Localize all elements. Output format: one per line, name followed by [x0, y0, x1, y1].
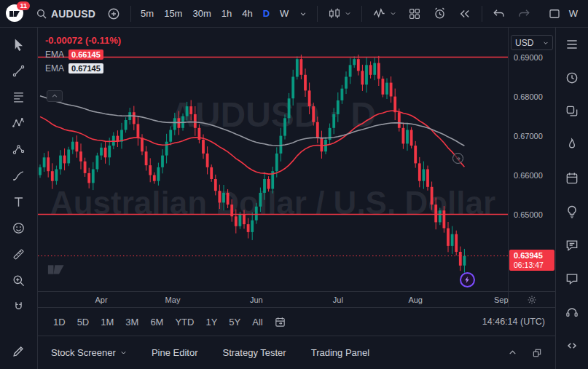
zoom-tool-button[interactable]	[7, 269, 31, 291]
object-tree-button[interactable]	[562, 102, 582, 121]
indicator-value: 0.67145	[68, 63, 103, 74]
range-5y-button[interactable]: 5Y	[224, 314, 246, 330]
magnet-tool-button[interactable]	[7, 295, 31, 317]
time-axis-month-label: Jul	[333, 295, 343, 304]
tab-stock-screener[interactable]: Stock Screener	[51, 347, 127, 358]
xabcd-pattern-icon	[12, 116, 26, 130]
comments-button[interactable]	[562, 269, 582, 288]
currency-dropdown[interactable]: USD	[511, 35, 553, 50]
forecast-tool-button[interactable]	[7, 138, 31, 160]
timeframe-1h[interactable]: 1h	[217, 4, 236, 24]
hotlists-button[interactable]	[562, 135, 582, 154]
notification-badge: 11	[17, 1, 30, 11]
calendar-button[interactable]	[562, 169, 582, 188]
emoji-tool-button[interactable]	[7, 217, 31, 239]
scripts-button[interactable]	[562, 336, 582, 355]
go-to-date-button[interactable]	[270, 316, 291, 328]
range-1y-button[interactable]: 1Y	[200, 314, 222, 330]
layout-name-label[interactable]: W	[568, 8, 582, 19]
chart-pane: AUDUSD · D Australian Dollar / U.S. Doll…	[38, 28, 555, 291]
layout-button[interactable]	[403, 4, 426, 24]
expand-panel-button[interactable]	[508, 348, 517, 358]
price-scale[interactable]: USD 0.690000.680000.670000.660000.65000 …	[508, 28, 555, 291]
range-6m-button[interactable]: 6M	[145, 314, 168, 330]
tab-trading-panel[interactable]: Trading Panel	[311, 347, 369, 358]
chevron-up-icon	[508, 348, 517, 357]
timeframe-5m[interactable]: 5m	[136, 4, 158, 24]
range-1d-button[interactable]: 1D	[48, 314, 71, 330]
time-axis-labels: AprMayJunJulAugSep	[38, 292, 508, 307]
symbol-search-button[interactable]: AUDUSD	[31, 4, 101, 24]
range-3m-button[interactable]: 3M	[120, 314, 144, 330]
timeframe-1w[interactable]: W	[275, 4, 293, 24]
magnet-icon	[12, 300, 26, 314]
currency-label: USD	[515, 38, 533, 48]
measure-tool-button[interactable]	[7, 243, 31, 265]
range-ytd-button[interactable]: YTD	[170, 314, 199, 330]
timeframe-4h[interactable]: 4h	[238, 4, 256, 24]
support-button[interactable]	[562, 303, 582, 322]
zoom-in-icon	[12, 274, 26, 287]
ideas-button[interactable]	[562, 202, 582, 221]
plus-circle-icon	[107, 7, 120, 20]
indicator-legend-ema-slow[interactable]: EMA 0.67145	[45, 63, 121, 74]
brush-tool-button[interactable]	[7, 164, 31, 186]
time-axis[interactable]: AprMayJunJulAugSep	[38, 291, 555, 307]
range-1m-button[interactable]: 1M	[95, 314, 119, 330]
chat-icon	[565, 238, 579, 253]
window-icon	[548, 7, 561, 20]
alerts-button[interactable]	[562, 68, 582, 87]
main-menu-button[interactable]: 11	[6, 4, 25, 23]
indicator-legend-ema-fast[interactable]: EMA 0.66145	[45, 49, 121, 60]
axis-corner	[508, 292, 555, 307]
utc-clock[interactable]: 14:46:14 (UTC)	[482, 317, 545, 327]
tab-label: Trading Panel	[311, 347, 369, 358]
tab-label: Stock Screener	[51, 347, 116, 358]
undo-button[interactable]	[487, 4, 511, 24]
time-axis-month-label: May	[165, 295, 181, 304]
text-tool-button[interactable]	[7, 191, 31, 213]
time-axis-month-label: Apr	[95, 295, 107, 304]
indicators-icon	[372, 7, 386, 20]
bar-replay-button[interactable]	[453, 4, 477, 24]
trend-line-icon	[12, 64, 26, 78]
cursor-tool-button[interactable]	[7, 33, 31, 55]
fib-retracement-tool-button[interactable]	[7, 86, 31, 108]
lightning-marker-icon[interactable]	[460, 272, 475, 287]
xabcd-pattern-tool-button[interactable]	[7, 112, 31, 134]
edit-drawing-button[interactable]	[7, 340, 31, 362]
price-scale-label: 0.65000	[514, 210, 543, 219]
legend-collapse-button[interactable]	[47, 90, 63, 102]
chart-type-button[interactable]	[323, 4, 356, 24]
chat-button[interactable]	[562, 236, 582, 255]
compare-add-symbol-button[interactable]	[102, 4, 125, 24]
gear-icon	[527, 295, 537, 305]
watchlist-button[interactable]	[562, 35, 582, 54]
code-icon	[565, 338, 579, 353]
redo-button[interactable]	[512, 4, 536, 24]
trend-line-tool-button[interactable]	[7, 60, 31, 82]
timeframe-dropdown-button[interactable]	[294, 4, 312, 24]
chart-settings-button[interactable]	[527, 295, 537, 305]
candlestick-chart-type-icon	[328, 7, 341, 20]
tab-pine-editor[interactable]: Pine Editor	[152, 347, 198, 358]
price-scale-label: 0.66000	[514, 171, 543, 180]
timeframe-1d[interactable]: D	[259, 4, 274, 24]
chart-area: AUDUSD · D Australian Dollar / U.S. Doll…	[38, 28, 555, 369]
indicators-button[interactable]	[367, 4, 401, 24]
tradingview-watermark-logo[interactable]	[47, 259, 71, 279]
maximize-panel-button[interactable]	[532, 348, 542, 358]
timeframe-15m[interactable]: 15m	[160, 4, 187, 24]
range-all-button[interactable]: All	[247, 314, 267, 330]
date-range-toolbar: 1D 5D 1M 3M 6M YTD 1Y 5Y All 14:46:14 (U…	[38, 307, 555, 336]
manage-layouts-button[interactable]	[543, 4, 566, 24]
toolbar-divider	[361, 6, 362, 22]
ema-line-marker-icon[interactable]	[452, 153, 463, 164]
chart-plot[interactable]: AUDUSD · D Australian Dollar / U.S. Doll…	[38, 28, 508, 291]
create-alert-button[interactable]	[428, 4, 452, 24]
timeframe-30m[interactable]: 30m	[188, 4, 215, 24]
bottom-panel-bar: Stock Screener Pine Editor Strategy Test…	[38, 336, 555, 369]
tab-strategy-tester[interactable]: Strategy Tester	[222, 347, 286, 358]
range-5d-button[interactable]: 5D	[72, 314, 95, 330]
hotlists-flame-icon	[565, 138, 579, 152]
